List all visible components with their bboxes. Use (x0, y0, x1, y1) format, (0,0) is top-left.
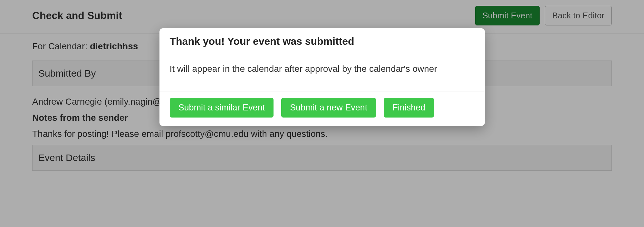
modal-body: It will appear in the calendar after app… (159, 54, 485, 91)
modal-footer: Submit a similar Event Submit a new Even… (159, 91, 485, 126)
modal-title: Thank you! Your event was submitted (170, 35, 475, 47)
submit-new-event-button[interactable]: Submit a new Event (281, 98, 376, 118)
modal-header: Thank you! Your event was submitted (159, 28, 485, 54)
finished-button[interactable]: Finished (384, 98, 434, 118)
modal-overlay[interactable]: Thank you! Your event was submitted It w… (0, 0, 644, 227)
submit-similar-event-button[interactable]: Submit a similar Event (170, 98, 274, 118)
submission-confirmation-modal: Thank you! Your event was submitted It w… (159, 28, 485, 126)
